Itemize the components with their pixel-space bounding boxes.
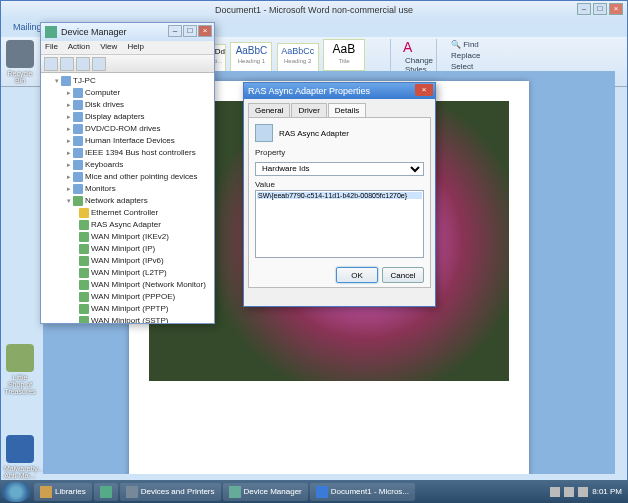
devmgr-icon [45, 26, 57, 38]
tab-general[interactable]: General [248, 103, 290, 117]
taskbar-item-word[interactable]: Document1 - Micros... [310, 483, 415, 501]
device-tree[interactable]: TJ-PC ComputerDisk drivesDisplay adapter… [41, 73, 214, 323]
minimize-button[interactable]: – [577, 3, 591, 15]
propdlg-header: RAS Async Adapter [255, 124, 424, 142]
devmgr-toolbar [41, 55, 214, 73]
tray-icon[interactable] [564, 487, 574, 497]
tree-adapter-item[interactable]: WAN Miniport (L2TP) [79, 267, 212, 279]
devmgr-title-text: Device Manager [61, 27, 127, 37]
word-title-text: Document1 - Microsoft Word non-commercia… [215, 5, 413, 15]
devmgr-close-button[interactable]: × [198, 25, 212, 37]
menu-action[interactable]: Action [68, 42, 90, 51]
start-button[interactable] [2, 482, 30, 502]
word-titlebar: Document1 - Microsoft Word non-commercia… [1, 1, 627, 19]
tree-adapter-item[interactable]: RAS Async Adapter [79, 219, 212, 231]
properties-dialog: RAS Async Adapter Properties × General D… [243, 82, 436, 307]
dialog-buttons: OK Cancel [336, 267, 424, 283]
taskbar-item-devices[interactable]: Devices and Printers [120, 483, 221, 501]
tree-adapter-item[interactable]: WAN Miniport (IP) [79, 243, 212, 255]
tree-category[interactable]: Computer [67, 87, 212, 99]
desktop-icon-littleshop[interactable]: Little Shop of Treasures [4, 344, 36, 395]
device-manager-window: Device Manager – □ × File Action View He… [40, 22, 215, 324]
taskbar: Libraries Devices and Printers Device Ma… [0, 480, 628, 503]
cancel-button[interactable]: Cancel [382, 267, 424, 283]
tree-adapter-item[interactable]: WAN Miniport (PPPOE) [79, 291, 212, 303]
desktop-icon-recyclebin[interactable]: Recycle Bin [4, 40, 36, 84]
tree-adapter-item[interactable]: WAN Miniport (IKEv2) [79, 231, 212, 243]
devmgr-maximize-button[interactable]: □ [183, 25, 197, 37]
tree-category[interactable]: Human Interface Devices [67, 135, 212, 147]
style-title[interactable]: AaBTitle [323, 39, 365, 71]
tree-category[interactable]: DVD/CD-ROM drives [67, 123, 212, 135]
toolbar-forward-button[interactable] [60, 57, 74, 71]
tree-category[interactable]: Mice and other pointing devices [67, 171, 212, 183]
taskbar-item-pinned[interactable] [94, 483, 118, 501]
desktop-icons: Recycle Bin Little Shop of Treasures Mal… [2, 40, 38, 503]
tab-details[interactable]: Details [328, 103, 366, 117]
find-button[interactable]: 🔍 Find [449, 39, 487, 50]
tree-adapter-item[interactable]: WAN Miniport (IPv6) [79, 255, 212, 267]
propdlg-tabs: General Driver Details [248, 103, 431, 118]
devmgr-minimize-button[interactable]: – [168, 25, 182, 37]
tree-adapter-item[interactable]: WAN Miniport (SSTP) [79, 315, 212, 323]
value-item[interactable]: SW\{eeab7790-c514-11d1-b42b-00805fc1270e… [257, 192, 422, 199]
menu-view[interactable]: View [100, 42, 117, 51]
tree-category[interactable]: Display adapters [67, 111, 212, 123]
desktop-icon-malwarebytes[interactable]: Malwareby... Anti-Mal... [4, 435, 36, 479]
value-listbox[interactable]: SW\{eeab7790-c514-11d1-b42b-00805fc1270e… [255, 190, 424, 258]
replace-button[interactable]: Replace [449, 50, 487, 61]
system-tray: 8:01 PM [550, 487, 626, 497]
word-system-buttons: – □ × [577, 3, 623, 15]
devmgr-system-buttons: – □ × [168, 25, 212, 37]
tree-network-adapters[interactable]: Network adaptersEthernet ControllerRAS A… [67, 195, 212, 323]
menu-help[interactable]: Help [128, 42, 144, 51]
style-heading1[interactable]: AaBbCHeading 1 [230, 42, 272, 74]
propdlg-close-button[interactable]: × [415, 84, 433, 96]
tree-root[interactable]: TJ-PC ComputerDisk drivesDisplay adapter… [55, 75, 212, 323]
adapter-name: RAS Async Adapter [279, 129, 349, 138]
tree-category[interactable]: Monitors [67, 183, 212, 195]
taskbar-item-devmgr[interactable]: Device Manager [223, 483, 308, 501]
toolbar-help-button[interactable] [92, 57, 106, 71]
toolbar-back-button[interactable] [44, 57, 58, 71]
tray-icon[interactable] [578, 487, 588, 497]
tree-category[interactable]: Keyboards [67, 159, 212, 171]
tree-adapter-item[interactable]: Ethernet Controller [79, 207, 212, 219]
tray-icon[interactable] [550, 487, 560, 497]
toolbar-scan-button[interactable] [76, 57, 90, 71]
adapter-icon [255, 124, 273, 142]
taskbar-item-libraries[interactable]: Libraries [34, 483, 92, 501]
maximize-button[interactable]: □ [593, 3, 607, 15]
propdlg-body: General Driver Details RAS Async Adapter… [244, 99, 435, 292]
ok-button[interactable]: OK [336, 267, 378, 283]
close-button[interactable]: × [609, 3, 623, 15]
tab-driver[interactable]: Driver [291, 103, 326, 117]
tree-category[interactable]: Disk drives [67, 99, 212, 111]
property-select[interactable]: Hardware Ids [255, 162, 424, 176]
propdlg-title-text: RAS Async Adapter Properties [248, 86, 370, 96]
propdlg-pane: RAS Async Adapter Property Hardware Ids … [248, 118, 431, 288]
tree-adapter-item[interactable]: WAN Miniport (PPTP) [79, 303, 212, 315]
value-label: Value [255, 180, 424, 189]
property-label: Property [255, 148, 424, 157]
tree-category[interactable]: IEEE 1394 Bus host controllers [67, 147, 212, 159]
menu-file[interactable]: File [45, 42, 58, 51]
tree-adapter-item[interactable]: WAN Miniport (Network Monitor) [79, 279, 212, 291]
devmgr-menubar: File Action View Help [41, 41, 214, 55]
propdlg-titlebar[interactable]: RAS Async Adapter Properties × [244, 83, 435, 99]
taskbar-clock[interactable]: 8:01 PM [592, 488, 622, 496]
devmgr-titlebar[interactable]: Device Manager – □ × [41, 23, 214, 41]
